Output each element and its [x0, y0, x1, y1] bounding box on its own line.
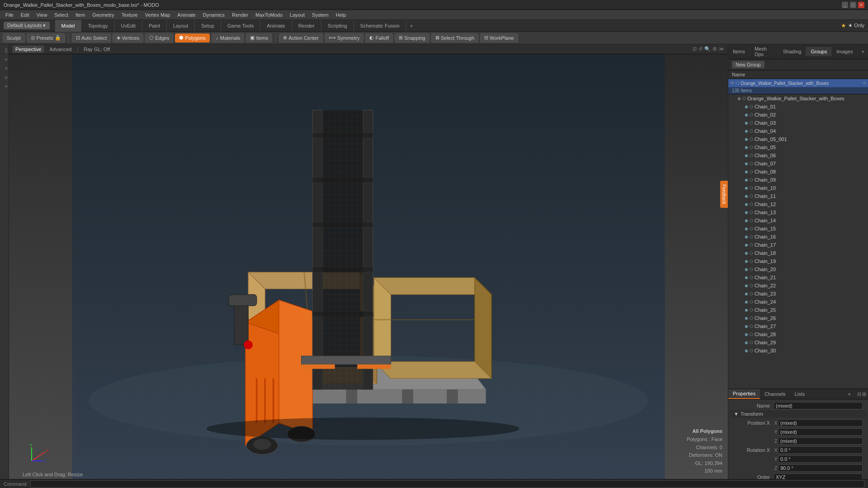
action-center-button[interactable]: ⊕ Action Center — [279, 33, 323, 42]
scene-item-21[interactable]: ◉ ⬡ Chain_20 — [728, 265, 868, 273]
scene-item-12[interactable]: ◉ ⬡ Chain_11 — [728, 192, 868, 200]
menu-maxtomodo[interactable]: MaxToModo — [252, 11, 286, 19]
scene-item-16[interactable]: ◉ ⬡ Chain_15 — [728, 225, 868, 233]
scene-item-26[interactable]: ◉ ⬡ Chain_25 — [728, 306, 868, 314]
tab-layout[interactable]: Layout — [167, 20, 195, 32]
scene-item-1[interactable]: ◉ ⬡ Chain_01 — [728, 103, 868, 111]
tab-game-tools[interactable]: Game Tools — [221, 20, 261, 32]
rotation-y-input[interactable] — [778, 455, 863, 463]
scene-item-3[interactable]: ◉ ⬡ Chain_03 — [728, 119, 868, 127]
minimize-button[interactable]: _ — [842, 2, 848, 8]
scene-item-29[interactable]: ◉ ⬡ Chain_28 — [728, 330, 868, 338]
position-z-input[interactable] — [778, 437, 863, 445]
menu-file[interactable]: File — [2, 11, 17, 19]
scene-item-7[interactable]: ◉ ⬡ Chain_06 — [728, 151, 868, 160]
feedback-tab[interactable]: Feedback — [720, 181, 728, 208]
vp-tab-perspective[interactable]: Perspective — [13, 46, 44, 53]
workplane-button[interactable]: ⊟ WorkPlane — [480, 33, 518, 42]
scene-item-9[interactable]: ◉ ⬡ Chain_08 — [728, 168, 868, 176]
scene-item-23[interactable]: ◉ ⬡ Chain_22 — [728, 282, 868, 290]
items-button[interactable]: ▣ Items — [246, 33, 272, 42]
scene-item-14[interactable]: ◉ ⬡ Chain_13 — [728, 208, 868, 216]
sculpt-button[interactable]: Sculpt — [3, 33, 25, 42]
tab-animate[interactable]: Animate — [260, 20, 292, 32]
tab-uvedit[interactable]: UvEdit — [115, 20, 142, 32]
tab-topology[interactable]: Topology — [81, 20, 114, 32]
vp-expand-icon[interactable]: ≫ — [719, 46, 724, 52]
order-input[interactable] — [774, 474, 863, 479]
props-tab-lists[interactable]: Lists — [790, 389, 810, 399]
sidebar-icon-g[interactable]: G — [1, 74, 8, 81]
scene-item-31[interactable]: ◉ ⬡ Chain_30 — [728, 347, 868, 355]
menu-edit[interactable]: Edit — [17, 11, 33, 19]
rpanel-tab-shading[interactable]: Shading — [778, 47, 806, 56]
layout-dropdown[interactable]: Default Layouts ▾ — [4, 22, 50, 29]
rotation-x-input[interactable] — [778, 446, 863, 454]
close-button[interactable]: ✕ — [858, 2, 864, 8]
rpanel-add-tab[interactable]: + — [858, 47, 868, 56]
menu-help[interactable]: Help — [332, 11, 350, 19]
scene-item-27[interactable]: ◉ ⬡ Chain_26 — [728, 314, 868, 322]
scene-item-4[interactable]: ◉ ⬡ Chain_04 — [728, 127, 868, 135]
scene-item-15[interactable]: ◉ ⬡ Chain_14 — [728, 216, 868, 225]
scene-item-8[interactable]: ◉ ⬡ Chain_07 — [728, 160, 868, 168]
tab-model[interactable]: Model — [55, 20, 82, 32]
scene-item-22[interactable]: ◉ ⬡ Chain_21 — [728, 273, 868, 282]
polygons-button[interactable]: ⬢ Polygons — [175, 33, 209, 42]
scene-item-5[interactable]: ◉ ⬡ Chain_05_001 — [728, 135, 868, 143]
scene-item-6[interactable]: ◉ ⬡ Chain_05 — [728, 143, 868, 151]
scene-item-20[interactable]: ◉ ⬡ Chain_19 — [728, 257, 868, 265]
edges-button[interactable]: ⬡ Edges — [145, 33, 173, 42]
tab-paint[interactable]: Paint — [142, 20, 167, 32]
scene-item-10[interactable]: ◉ ⬡ Chain_09 — [728, 176, 868, 184]
menu-geometry[interactable]: Geometry — [89, 11, 118, 19]
scene-item-root-child[interactable]: ◉ ⬡ Orange_Walkie_Pallet_Stacker_with_Bo… — [728, 94, 868, 103]
props-tab-properties[interactable]: Properties — [728, 389, 760, 399]
vp-gl-mode[interactable]: Ray GL: Off — [81, 46, 113, 53]
menu-system[interactable]: System — [308, 11, 332, 19]
scene-item-24[interactable]: ◉ ⬡ Chain_23 — [728, 290, 868, 298]
scene-item-13[interactable]: ◉ ⬡ Chain_12 — [728, 200, 868, 208]
scene-item-2[interactable]: ◉ ⬡ Chain_02 — [728, 111, 868, 119]
vp-tab-advanced[interactable]: Advanced — [47, 46, 74, 53]
menu-select[interactable]: Select — [51, 11, 72, 19]
scene-item-30[interactable]: ◉ ⬡ Chain_29 — [728, 338, 868, 347]
add-tab-button[interactable]: + — [406, 20, 416, 32]
vp-search-icon[interactable]: 🔍 — [704, 46, 711, 52]
tab-schematic-fusion[interactable]: Schematic Fusion — [354, 20, 406, 32]
sidebar-icon-uv[interactable]: UV — [1, 47, 8, 54]
autoselect-button[interactable]: ⊡ Auto Select — [72, 33, 111, 42]
vp-settings-icon[interactable]: ⚙ — [712, 46, 717, 52]
rpanel-tab-mesh-ops[interactable]: Mesh Ops — [750, 44, 778, 59]
menu-texture[interactable]: Texture — [118, 11, 142, 19]
props-tab-channels[interactable]: Channels — [760, 389, 790, 399]
scene-item-18[interactable]: ◉ ⬡ Chain_17 — [728, 241, 868, 249]
symmetry-button[interactable]: ⟺ Symmetry — [325, 33, 364, 42]
props-add-tab[interactable]: + — [844, 389, 855, 399]
vp-maximize-icon[interactable]: ⊡ — [693, 46, 697, 52]
groups-content[interactable]: ◉ ⬡ Orange_Walkie_Pallet_Stacker_with_Bo… — [728, 94, 868, 389]
new-group-button[interactable]: New Group — [732, 61, 764, 68]
scene-item-19[interactable]: ◉ ⬡ Chain_18 — [728, 249, 868, 257]
maximize-button[interactable]: □ — [850, 2, 856, 8]
sidebar-icon-p[interactable]: P — [1, 65, 8, 72]
expand-left-icon[interactable]: ⊟ — [857, 391, 861, 397]
menu-item[interactable]: Item — [72, 11, 89, 19]
close-icon-root[interactable]: ✕ — [863, 81, 866, 85]
sidebar-icon-e[interactable]: E — [1, 83, 8, 90]
name-prop-input[interactable] — [774, 402, 863, 409]
rpanel-tab-items[interactable]: Items — [728, 47, 750, 56]
position-x-input[interactable] — [778, 419, 863, 427]
command-input[interactable] — [30, 480, 864, 488]
menu-view[interactable]: View — [33, 11, 51, 19]
tab-scripting[interactable]: Scripting — [321, 20, 354, 32]
menu-layout[interactable]: Layout — [286, 11, 308, 19]
viewport-canvas[interactable]: All Polygons Polygons : Face Channels: 0… — [9, 54, 728, 479]
position-y-input[interactable] — [778, 428, 863, 436]
selectthrough-button[interactable]: ⊠ Select Through — [431, 33, 478, 42]
presets-button[interactable]: ◎ Presets 🔒 — [27, 33, 65, 42]
snapping-button[interactable]: ⊞ Snapping — [395, 33, 429, 42]
falloff-button[interactable]: ◐ Falloff — [365, 33, 393, 42]
tab-render[interactable]: Render — [292, 20, 321, 32]
menu-render[interactable]: Render — [228, 11, 252, 19]
